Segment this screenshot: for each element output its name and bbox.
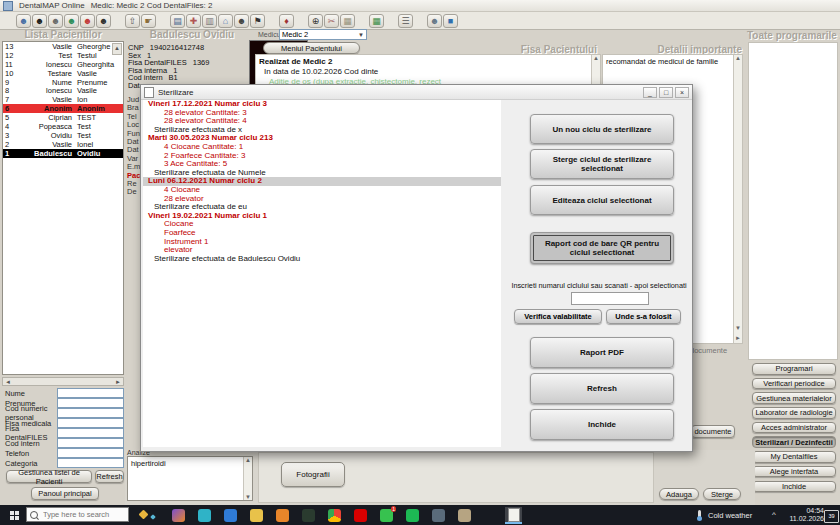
patient-row[interactable]: 7VasileIon [3, 95, 123, 104]
cycle-header[interactable]: Vineri 19.02.2021 Numar ciclu 1 [143, 212, 501, 221]
side-button-my-dentalfiles[interactable]: My Dentalfiles [752, 451, 836, 463]
schedule-grid-icon[interactable]: ▦ [369, 14, 384, 28]
dialog-close-action-button[interactable]: Inchide [530, 409, 674, 440]
refresh-list-button[interactable]: Refresh [95, 470, 124, 483]
whatsapp-icon[interactable]: 1 [380, 509, 393, 522]
side-button-gestiunea-materialelor[interactable]: Gestiunea materialelor [752, 392, 836, 404]
extraction-icon[interactable]: ♦ [279, 14, 294, 28]
patient-row[interactable]: 10TestareVasile [3, 69, 123, 78]
side-button-sterilizari-dezinfectii[interactable]: Sterilizari / Dezinfectii [752, 436, 836, 448]
file-explorer-icon[interactable] [250, 509, 263, 522]
hand-select-icon[interactable]: ☛ [141, 14, 156, 28]
cycle-item[interactable]: Ciocane [143, 220, 501, 229]
patient-row[interactable]: 2VasileIonel [3, 140, 123, 149]
patient-menu-button[interactable]: Meniul Pacientului [263, 42, 360, 54]
patient-row[interactable]: 9NumePrenume [3, 78, 123, 87]
where-used-button[interactable]: Unde s-a folosit [606, 309, 681, 324]
store-icon[interactable] [224, 509, 237, 522]
analize-scrollbar[interactable]: ▲▼ [243, 457, 252, 500]
pdf-report-button[interactable]: Raport PDF [530, 337, 674, 368]
check-validity-button[interactable]: Verifica valabilitate [514, 309, 602, 324]
media-player-icon[interactable] [172, 509, 185, 522]
form-input-prenume[interactable] [57, 398, 124, 408]
copilot-spark-icon[interactable] [139, 510, 149, 520]
form-input-cod-intern[interactable] [57, 438, 124, 448]
tray-chevron[interactable]: ^ [772, 510, 776, 519]
patient-list-hscroll[interactable]: ◄► [2, 377, 124, 386]
patient-row[interactable]: 11IonescuGheorghita [3, 60, 123, 69]
dialog-maximize-button[interactable]: □ [659, 87, 673, 98]
tortoise-icon[interactable] [458, 509, 471, 522]
weather-text[interactable]: Cold weather [708, 511, 752, 520]
taskbar-active-app[interactable] [505, 507, 522, 524]
form-input-categoria[interactable] [57, 458, 124, 468]
cycle-number-input[interactable] [571, 292, 649, 305]
form-input-telefon[interactable] [57, 448, 124, 458]
maps-icon[interactable] [302, 509, 315, 522]
tooth-key-icon[interactable]: ⚑ [250, 14, 265, 28]
manage-patients-button[interactable]: Gestiunea listei de Pacienti [6, 470, 92, 483]
patient-row[interactable]: 12TestTestul [3, 51, 123, 60]
spotify-icon[interactable] [406, 509, 419, 522]
adauga-button[interactable]: Adauga [659, 488, 699, 500]
patient-red-icon[interactable]: ☻ [80, 14, 95, 28]
delete-cycle-button[interactable]: Sterge ciclul de sterilizare selectionat [530, 149, 674, 179]
patient-green-icon[interactable]: ☻ [64, 14, 79, 28]
clock[interactable]: 04:54 11.02.2026 [786, 507, 824, 523]
taskbar-search[interactable] [26, 507, 129, 522]
search-input[interactable] [41, 509, 125, 520]
patient-row[interactable]: 1BadulescuOvidiu [3, 149, 123, 158]
side-button-acces-administrator[interactable]: Acces administrator [752, 422, 836, 434]
zoom-plus-icon[interactable]: ⊕ [308, 14, 323, 28]
dialog-titlebar[interactable]: Sterilizare _ □ × [141, 85, 692, 100]
dialog-minimize-button[interactable]: _ [643, 87, 657, 98]
side-button-alege-interfata[interactable]: Alege interfata [752, 466, 836, 478]
remote-access-icon[interactable] [432, 509, 445, 522]
scissors-icon[interactable]: ✂ [324, 14, 339, 28]
side-button-programari[interactable]: Programari [752, 363, 836, 375]
chat-icon[interactable]: ☰ [398, 14, 413, 28]
dialog-refresh-button[interactable]: Refresh [530, 373, 674, 404]
medic-badge-icon[interactable]: ▦ [340, 14, 355, 28]
edit-cycle-button[interactable]: Editeaza ciclul selectionat [530, 185, 674, 215]
medic-select[interactable]: Medic 2 ▼ [279, 29, 367, 40]
movies-tv-icon[interactable] [276, 509, 289, 522]
side-button-laborator-de-radiologie[interactable]: Laborator de radiologie [752, 407, 836, 419]
patient-row[interactable]: 8IonescuVasile [3, 86, 123, 95]
patient-row[interactable]: 4PopeascaTest [3, 122, 123, 131]
tooth-blue-icon[interactable]: ⌂ [218, 14, 233, 28]
side-button-verificari-periodice[interactable]: Verificari periodice [752, 378, 836, 390]
sterilization-cycle-list[interactable]: Vineri 17.12.2021 Numar ciclu 328 elevat… [143, 100, 501, 447]
tooth-growth-icon[interactable]: ⇧ [125, 14, 140, 28]
detalii-scrollbar[interactable]: ▲▼► [733, 55, 742, 343]
patient-list[interactable]: 13VasileGheorghe12TestTestul11IonescuGhe… [2, 41, 124, 375]
form-input-cod-numeric-personal[interactable] [57, 408, 124, 418]
qr-report-button[interactable]: Raport cod de bare QR pentru ciclul sele… [530, 232, 674, 264]
side-button-inchide[interactable]: Inchide [752, 481, 836, 493]
patient-row[interactable]: 6AnonimAnonim [3, 104, 123, 113]
form-input-fisa-dentalfiles[interactable] [57, 428, 124, 438]
patient-dark-icon[interactable]: ☻ [96, 14, 111, 28]
person-icon[interactable]: ☻ [234, 14, 249, 28]
notification-center-icon[interactable]: 39 [824, 510, 839, 523]
document-icon[interactable]: ▥ [202, 14, 217, 28]
start-button[interactable] [10, 511, 19, 520]
medication-icon[interactable]: ✚ [186, 14, 201, 28]
patient-black-icon[interactable]: ☻ [32, 14, 47, 28]
youtube-icon[interactable] [354, 509, 367, 522]
main-panel-button[interactable]: Panoul principal [31, 487, 99, 500]
person-clock-icon[interactable]: ☻ [427, 14, 442, 28]
patient-gray-icon[interactable]: ☻ [48, 14, 63, 28]
form-input-fisa-medicala[interactable] [57, 418, 124, 428]
dialog-close-button[interactable]: × [675, 87, 689, 98]
form-input-nume[interactable] [57, 388, 124, 398]
fotografii-button[interactable]: Fotografii [281, 462, 345, 487]
documente-tab-fragment[interactable]: documente [690, 346, 727, 355]
patient-row[interactable]: 3OvidiuTest [3, 131, 123, 140]
patient-list-scroll-up[interactable]: ▲ [112, 43, 122, 55]
new-cycle-button[interactable]: Un nou ciclu de sterilizare [530, 114, 674, 144]
sterge-button[interactable]: Sterge [703, 488, 741, 500]
print-icon[interactable]: ■ [443, 14, 458, 28]
cycle-item[interactable]: Instrument 1 [143, 238, 501, 247]
patient-row[interactable]: 13VasileGheorghe [3, 42, 123, 51]
